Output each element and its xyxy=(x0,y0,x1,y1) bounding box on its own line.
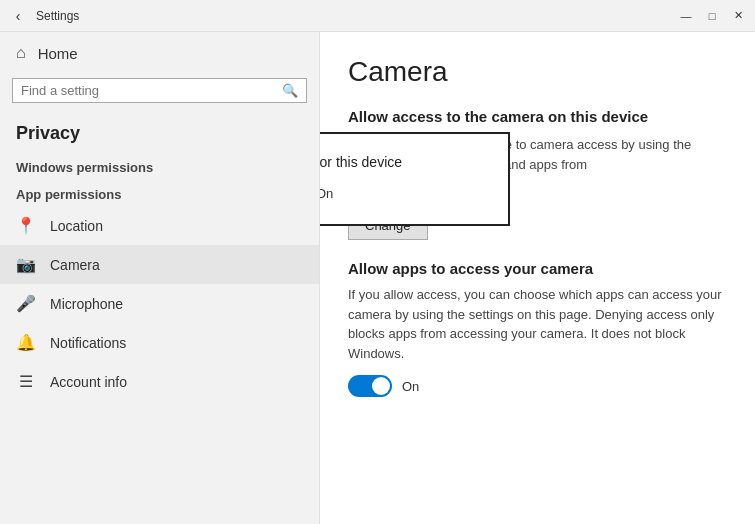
app-title: Settings xyxy=(36,9,79,23)
back-button[interactable]: ‹ xyxy=(8,6,28,26)
camera-label: Camera xyxy=(50,257,100,273)
minimize-button[interactable]: — xyxy=(677,7,695,25)
notifications-icon: 🔔 xyxy=(16,333,36,352)
main-layout: ⌂ Home 🔍 Privacy Windows permissions App… xyxy=(0,32,755,524)
popup-device-label: Camera for this device xyxy=(320,154,488,170)
apps-camera-toggle[interactable] xyxy=(348,375,392,397)
account-info-icon: ☰ xyxy=(16,372,36,391)
home-label: Home xyxy=(38,45,78,62)
device-access-heading: Allow access to the camera on this devic… xyxy=(348,108,727,125)
home-icon: ⌂ xyxy=(16,44,26,62)
search-icon: 🔍 xyxy=(282,83,298,98)
apps-toggle-label: On xyxy=(402,379,419,394)
sidebar: ⌂ Home 🔍 Privacy Windows permissions App… xyxy=(0,32,320,524)
toggle-knob xyxy=(372,377,390,395)
popup-toggle-row: On xyxy=(320,182,488,204)
location-icon: 📍 xyxy=(16,216,36,235)
close-button[interactable]: ✕ xyxy=(729,7,747,25)
sidebar-item-notifications[interactable]: 🔔 Notifications xyxy=(0,323,319,362)
allow-apps-heading: Allow apps to access your camera xyxy=(348,260,727,277)
popup-toggle-label: On xyxy=(320,186,333,201)
popup-overlay: Camera for this device On xyxy=(320,32,435,524)
search-box[interactable]: 🔍 xyxy=(12,78,307,103)
title-bar: ‹ Settings — □ ✕ xyxy=(0,0,755,32)
sidebar-item-account-info[interactable]: ☰ Account info xyxy=(0,362,319,401)
maximize-button[interactable]: □ xyxy=(703,7,721,25)
content-area: Camera Allow access to the camera on thi… xyxy=(320,32,755,524)
search-input[interactable] xyxy=(21,83,282,98)
privacy-title: Privacy xyxy=(0,111,319,152)
sidebar-item-camera[interactable]: 📷 Camera xyxy=(0,245,319,284)
notifications-label: Notifications xyxy=(50,335,126,351)
camera-icon: 📷 xyxy=(16,255,36,274)
app-permissions-label: App permissions xyxy=(0,179,319,206)
apps-toggle-row: On xyxy=(348,375,727,397)
page-title: Camera xyxy=(348,56,727,88)
sidebar-item-microphone[interactable]: 🎤 Microphone xyxy=(0,284,319,323)
windows-permissions-label: Windows permissions xyxy=(0,152,319,179)
allow-apps-desc: If you allow access, you can choose whic… xyxy=(348,285,727,363)
window-controls: — □ ✕ xyxy=(677,7,747,25)
sidebar-item-location[interactable]: 📍 Location xyxy=(0,206,319,245)
home-nav-item[interactable]: ⌂ Home xyxy=(0,32,319,74)
microphone-icon: 🎤 xyxy=(16,294,36,313)
device-camera-popup: Camera for this device On xyxy=(320,132,510,226)
microphone-label: Microphone xyxy=(50,296,123,312)
account-info-label: Account info xyxy=(50,374,127,390)
location-label: Location xyxy=(50,218,103,234)
